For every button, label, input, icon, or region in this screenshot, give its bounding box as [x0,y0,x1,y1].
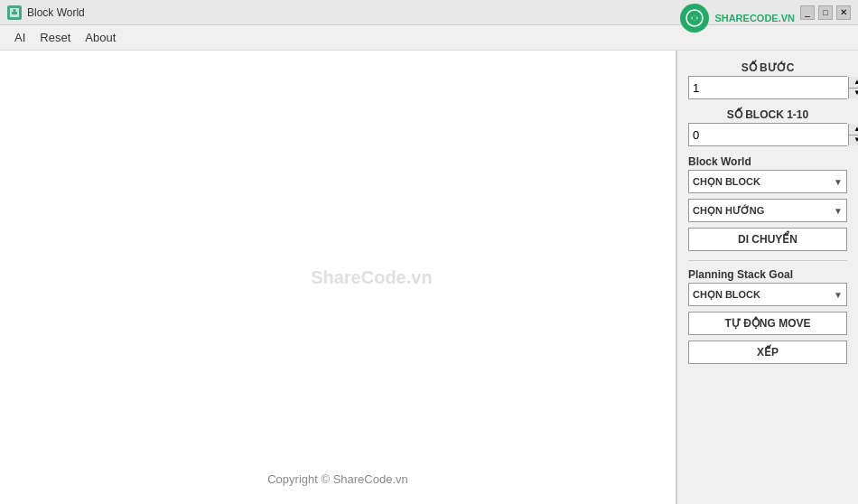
so-buoc-spinner-btns: ▲ ▼ [848,77,858,98]
chon-huong-arrow: ▼ [834,206,843,216]
di-chuyen-button[interactable]: DI CHUYỂN [688,228,847,251]
tu-dong-move-button[interactable]: TỰ ĐỘNG MOVE [688,312,847,335]
menu-ai[interactable]: AI [7,29,33,46]
title-bar-left: Block World [7,5,85,20]
menu-reset[interactable]: Reset [33,29,78,46]
chon-huong-select[interactable]: CHỌN HƯỚNG ▼ [688,199,847,222]
chon-block2-arrow: ▼ [834,290,843,300]
so-block-down[interactable]: ▼ [849,135,858,146]
minimize-button[interactable]: _ [800,5,815,20]
sc-brand-text: SHARECODE.VN [714,13,795,23]
so-buoc-label: SỐ BƯỚC [688,61,847,74]
block-world-section: Block World CHỌN BLOCK ▼ CHỌN HƯỚNG ▼ DI… [688,155,847,251]
so-buoc-down[interactable]: ▼ [849,89,858,99]
so-block-section: SỐ BLOCK 1-10 ▲ ▼ [688,108,847,146]
so-block-input[interactable] [689,124,848,145]
chon-block-arrow: ▼ [834,177,843,187]
app-title: Block World [27,6,85,19]
so-block-spinner-btns: ▲ ▼ [848,124,858,145]
svg-rect-3 [14,9,16,12]
so-buoc-spinner[interactable]: ▲ ▼ [688,76,847,99]
app-icon [7,5,22,20]
main-content: ShareCode.vn Copyright © ShareCode.vn SỐ… [0,51,858,504]
chon-block-text: CHỌN BLOCK [693,176,834,188]
chon-block2-select[interactable]: CHỌN BLOCK ▼ [688,283,847,306]
menu-about[interactable]: About [78,29,123,46]
sharecode-branding: SHARECODE.VN [680,4,795,33]
chon-block2-text: CHỌN BLOCK [693,289,834,301]
so-block-spinner[interactable]: ▲ ▼ [688,123,847,146]
so-block-label: SỐ BLOCK 1-10 [688,108,847,121]
chon-huong-text: CHỌN HƯỚNG [693,205,834,217]
copyright-text: Copyright © ShareCode.vn [267,472,408,486]
planning-label: Planning Stack Goal [688,268,847,281]
svg-rect-2 [14,12,17,14]
block-world-label: Block World [688,155,847,168]
sc-logo-circle [680,4,709,33]
so-buoc-section: SỐ BƯỚC ▲ ▼ [688,61,847,99]
so-buoc-up[interactable]: ▲ [849,77,858,89]
canvas-area: ShareCode.vn Copyright © ShareCode.vn [0,51,677,504]
watermark: ShareCode.vn [311,267,432,288]
xep-button[interactable]: XẾP [688,341,847,364]
svg-point-5 [693,16,697,21]
right-panel: SỐ BƯỚC ▲ ▼ SỐ BLOCK 1-10 ▲ ▼ Bloc [677,51,858,504]
window-controls[interactable]: _ □ ✕ [800,5,851,20]
maximize-button[interactable]: □ [818,5,833,20]
planning-section: Planning Stack Goal CHỌN BLOCK ▼ TỰ ĐỘNG… [688,260,847,364]
so-buoc-input[interactable] [689,77,848,98]
so-block-up[interactable]: ▲ [849,124,858,135]
svg-rect-1 [12,12,14,14]
close-button[interactable]: ✕ [836,5,851,20]
title-bar: Block World SHARECODE.VN _ □ ✕ [0,0,858,25]
chon-block-select[interactable]: CHỌN BLOCK ▼ [688,170,847,193]
